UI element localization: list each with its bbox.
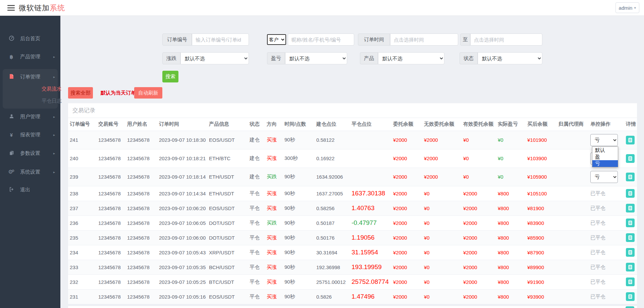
win-loss-select[interactable]: 亏 [590, 171, 618, 183]
detail-button[interactable] [626, 306, 634, 308]
cell-close: 25752.08774 [350, 274, 391, 289]
detail-button[interactable] [626, 278, 635, 286]
dropdown-option[interactable]: 亏 [592, 160, 618, 167]
cell-detail [624, 289, 637, 304]
sidebar-item-logout[interactable]: 退出 [0, 183, 60, 196]
cell-entrust: ¥2000 [391, 230, 422, 245]
cell-duration: 90秒 [283, 131, 315, 149]
cell-direction: 买涨 [265, 201, 283, 215]
sidebar-item-dashboard[interactable]: 后台首页 [0, 32, 60, 45]
sidebar-subitem-label: 交易流水 [42, 86, 62, 92]
top-bar: 微软链加系统 admin ▾ [0, 0, 644, 16]
cell-control: 已平仓 [589, 260, 624, 274]
sidebar-subitem-label: 平仓日志 [42, 98, 62, 104]
win-loss-dropdown-popup[interactable]: 默认盈亏 [592, 146, 618, 167]
detail-button[interactable] [626, 154, 635, 163]
updown-select[interactable]: 默认不选 [180, 52, 249, 64]
cell-profit: ¥800 [496, 201, 526, 215]
cell-status: 建仓 [248, 168, 265, 186]
detail-button[interactable] [626, 189, 635, 198]
closed-status-text: 已平仓 [590, 294, 605, 299]
nickname-input[interactable] [288, 34, 354, 46]
cell-open: 30.31694 [315, 245, 350, 260]
cell-id: 235 [68, 230, 97, 245]
cell-name: 12345678 [125, 245, 157, 260]
table-header-row: 订单编号 交易账号 用户姓名 订单时间 产品信息 状态 方向 时间/点数 建仓点… [68, 118, 637, 131]
cell-open: 0.50187 [315, 215, 350, 230]
detail-button[interactable] [626, 248, 635, 257]
closed-status-text: 已平仓 [590, 205, 605, 211]
sidebar-subitem-close-log[interactable]: 平仓日志 [0, 95, 60, 107]
cell-close [350, 131, 391, 149]
to-label: 至 [460, 34, 470, 46]
cell-open: 0.16922 [315, 149, 350, 168]
sidebar-item-label: 退出 [20, 187, 30, 193]
time-to-input[interactable] [470, 34, 542, 46]
cell-after: ¥83900 [526, 215, 557, 230]
cell-account: 12345678 [97, 131, 125, 149]
order-time-label: 订单时间 [358, 34, 390, 46]
sidebar-item-system[interactable]: ⚙⚙ 系统设置 ▸ [0, 165, 60, 179]
order-no-input[interactable] [192, 34, 249, 46]
cell-agent [557, 201, 589, 215]
sidebar-item-users[interactable]: 用户管理 ▸ [0, 110, 60, 123]
cell-account: 12345678 [97, 149, 125, 168]
time-from-input[interactable] [390, 34, 458, 46]
cell-profit: ¥800 [496, 245, 526, 260]
detail-button[interactable] [626, 136, 635, 144]
cell-invalid: ¥2000 [422, 149, 462, 168]
detail-button[interactable] [626, 173, 635, 181]
cell-name: 12345678 [125, 149, 157, 168]
sidebar-item-reports[interactable]: ¥ 报表管理 ▸ [0, 128, 60, 141]
cell-valid: ¥2000 [462, 260, 496, 274]
hamburger-icon[interactable] [7, 5, 15, 11]
cell-after: ¥85900 [526, 230, 557, 245]
col-header: 无效委托余额 [422, 118, 462, 131]
cell-after: ¥93900 [526, 289, 557, 304]
cell-duration: 90秒 [283, 274, 315, 289]
search-all-button[interactable]: 搜索全部 [68, 87, 93, 99]
col-header: 委托余额 [391, 118, 422, 131]
chevron-down-icon: ▾ [634, 6, 636, 10]
sidebar-item-label: 系统设置 [20, 169, 40, 175]
sidebar-item-parameters[interactable]: 参数设置 ▸ [0, 146, 60, 160]
panel-title: 交易记录 [68, 103, 637, 118]
detail-button[interactable] [626, 219, 635, 227]
copy-icon [8, 150, 15, 156]
detail-button[interactable] [626, 233, 635, 242]
user-menu-button[interactable]: admin ▾ [615, 2, 639, 13]
cell-agent [557, 186, 589, 201]
sidebar-subitem-trade-flow[interactable]: 交易流水 [0, 83, 60, 95]
cell-invalid: ¥2000 [422, 131, 462, 149]
profitloss-select[interactable]: 默认不选 [285, 52, 347, 64]
dropdown-option[interactable]: 盈 [592, 153, 618, 160]
cell-invalid: ¥0 [422, 260, 462, 274]
detail-button[interactable] [626, 263, 635, 271]
cell-time: 2023-09-07 10:18:14 [157, 168, 207, 186]
cell-valid: ¥2000 [462, 274, 496, 289]
table-row: 23412345678123456782023-09-07 10:05:43XR… [68, 245, 637, 260]
cell-account: 12345678 [97, 245, 125, 260]
win-loss-select[interactable]: 亏 [590, 134, 618, 146]
col-header: 订单时间 [157, 118, 207, 131]
cell-detail [624, 201, 637, 215]
cell-time: 2023-09-07 10:14:34 [157, 186, 207, 201]
order-no-label: 订单编号 [162, 34, 192, 46]
cell-control: 已平仓 [589, 289, 624, 304]
cell-duration: 90秒 [283, 260, 315, 274]
table-row: 24112345678123456782023-09-07 10:18:30EO… [68, 131, 637, 149]
status-select[interactable]: 默认不选 [478, 52, 542, 64]
cell-open: 25751.00012 [315, 274, 350, 289]
cell-detail [624, 230, 637, 245]
customer-type-select[interactable]: 客户 [267, 34, 286, 45]
cell-id: 234 [68, 245, 97, 260]
detail-button[interactable] [626, 204, 635, 212]
auto-refresh-button[interactable]: 自动刷新 [134, 87, 162, 99]
product-select[interactable]: 默认不选 [378, 52, 444, 64]
detail-button[interactable] [626, 292, 635, 301]
sidebar-item-orders[interactable]: 订单管理 ▸ [0, 70, 60, 83]
dropdown-option[interactable]: 默认 [592, 147, 618, 153]
search-button[interactable]: 搜索 [162, 71, 178, 82]
sidebar-item-products[interactable]: ฿ 产品管理 ▸ [0, 50, 60, 63]
trades-tbody: 24112345678123456782023-09-07 10:18:30EO… [68, 131, 637, 304]
